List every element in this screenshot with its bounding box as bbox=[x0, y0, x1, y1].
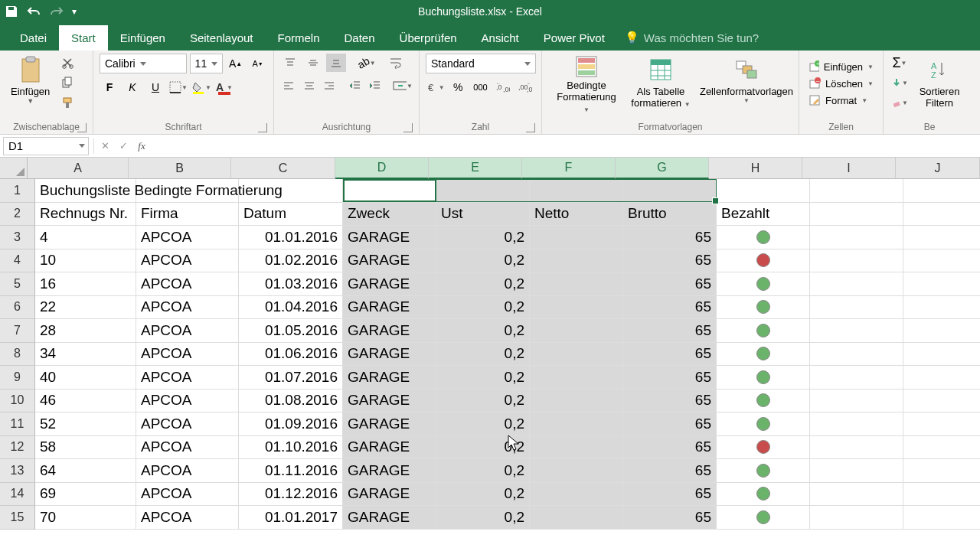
cell[interactable] bbox=[903, 249, 980, 273]
cell[interactable]: GARAGE bbox=[343, 319, 436, 343]
cell[interactable] bbox=[810, 506, 903, 530]
cell[interactable]: 28 bbox=[35, 319, 136, 343]
cell[interactable]: GARAGE bbox=[343, 226, 436, 249]
cell[interactable]: 65 bbox=[623, 343, 717, 367]
cell[interactable] bbox=[810, 366, 903, 390]
cell[interactable]: 0,2 bbox=[436, 319, 530, 343]
percent-format-button[interactable]: % bbox=[448, 78, 467, 96]
row-header-7[interactable]: 7 bbox=[0, 319, 35, 343]
number-launcher-icon[interactable] bbox=[526, 123, 535, 132]
align-left-button[interactable] bbox=[280, 77, 297, 95]
cell[interactable] bbox=[810, 203, 903, 227]
cell[interactable] bbox=[717, 343, 810, 367]
tab-powerpivot[interactable]: Power Pivot bbox=[531, 25, 617, 51]
cell[interactable]: Brutto bbox=[623, 203, 717, 227]
cell[interactable]: 58 bbox=[35, 436, 136, 460]
font-size-combo[interactable]: 11 bbox=[190, 54, 224, 73]
cell[interactable]: 0,2 bbox=[436, 483, 530, 507]
name-box[interactable]: D1 bbox=[3, 137, 89, 155]
cell[interactable] bbox=[903, 390, 980, 413]
cell[interactable] bbox=[717, 366, 810, 390]
cell[interactable]: Datum bbox=[239, 203, 343, 227]
cell[interactable] bbox=[810, 249, 903, 273]
cell[interactable]: 01.01.2017 bbox=[239, 506, 343, 530]
cell[interactable]: GARAGE bbox=[343, 296, 436, 320]
sort-filter-button[interactable]: AZ Sortieren Filtern bbox=[913, 54, 966, 113]
cell[interactable]: 64 bbox=[35, 459, 136, 483]
tab-start[interactable]: Start bbox=[59, 25, 108, 51]
cell[interactable] bbox=[903, 506, 980, 530]
cell[interactable] bbox=[717, 226, 810, 249]
cell[interactable] bbox=[530, 343, 623, 367]
cell[interactable] bbox=[903, 343, 980, 367]
cell[interactable]: APCOA bbox=[136, 436, 239, 460]
col-header-H[interactable]: H bbox=[709, 158, 802, 179]
row-header-14[interactable]: 14 bbox=[0, 483, 35, 507]
row-header-11[interactable]: 11 bbox=[0, 412, 35, 436]
formula-input[interactable] bbox=[151, 137, 980, 155]
col-header-J[interactable]: J bbox=[896, 158, 980, 179]
cell[interactable]: GARAGE bbox=[343, 390, 436, 413]
cell[interactable] bbox=[810, 319, 903, 343]
cell[interactable]: 65 bbox=[623, 436, 717, 460]
tab-ueberpruefen[interactable]: Überprüfen bbox=[387, 25, 469, 51]
col-header-E[interactable]: E bbox=[429, 158, 522, 179]
cell[interactable] bbox=[436, 179, 530, 203]
cell[interactable]: 01.04.2016 bbox=[239, 296, 343, 320]
format-cells-button[interactable]: Format ▼ bbox=[805, 93, 877, 108]
row-header-8[interactable]: 8 bbox=[0, 343, 35, 367]
cell[interactable]: APCOA bbox=[136, 343, 239, 367]
cell[interactable]: 65 bbox=[623, 412, 717, 436]
cell[interactable] bbox=[717, 179, 810, 203]
cell[interactable] bbox=[810, 459, 903, 483]
cell[interactable] bbox=[810, 179, 903, 203]
cell[interactable]: 01.07.2016 bbox=[239, 366, 343, 390]
row-header-1[interactable]: 1 bbox=[0, 179, 35, 203]
cell[interactable] bbox=[717, 390, 810, 413]
underline-button[interactable]: U bbox=[145, 78, 165, 96]
spreadsheet-grid[interactable]: ABCDEFGHIJ 123456789101112131415 Buchung… bbox=[0, 158, 980, 530]
save-icon[interactable] bbox=[5, 5, 18, 18]
cell[interactable]: APCOA bbox=[136, 319, 239, 343]
align-center-button[interactable] bbox=[300, 77, 317, 95]
col-header-D[interactable]: D bbox=[335, 158, 429, 179]
cell[interactable]: 65 bbox=[623, 459, 717, 483]
cell[interactable]: 65 bbox=[623, 390, 717, 413]
cell[interactable] bbox=[810, 390, 903, 413]
redo-icon[interactable] bbox=[49, 5, 64, 18]
cell[interactable] bbox=[903, 412, 980, 436]
cell[interactable]: 65 bbox=[623, 483, 717, 507]
select-all-corner[interactable] bbox=[0, 158, 28, 179]
cut-button[interactable] bbox=[57, 54, 77, 72]
cell[interactable]: 65 bbox=[623, 272, 717, 296]
align-bottom-button[interactable] bbox=[326, 54, 346, 72]
bold-button[interactable]: F bbox=[100, 78, 119, 96]
cell[interactable]: APCOA bbox=[136, 249, 239, 273]
cell[interactable]: APCOA bbox=[136, 412, 239, 436]
cell[interactable] bbox=[717, 483, 810, 507]
clipboard-launcher-icon[interactable] bbox=[77, 123, 87, 132]
col-header-B[interactable]: B bbox=[129, 158, 231, 179]
cell[interactable] bbox=[530, 272, 623, 296]
wrap-text-button[interactable] bbox=[386, 54, 406, 72]
cell[interactable]: APCOA bbox=[136, 459, 239, 483]
number-format-combo[interactable]: Standard bbox=[426, 54, 536, 73]
tab-daten[interactable]: Daten bbox=[332, 25, 387, 51]
format-as-table-button[interactable]: Als Tabelle formatieren ▼ bbox=[626, 54, 695, 113]
cell[interactable] bbox=[530, 226, 623, 249]
font-name-combo[interactable]: Calibri bbox=[100, 54, 187, 73]
cell[interactable]: APCOA bbox=[136, 483, 239, 507]
cell[interactable]: GARAGE bbox=[343, 412, 436, 436]
cell[interactable]: 0,2 bbox=[436, 390, 530, 413]
col-header-G[interactable]: G bbox=[616, 158, 709, 179]
row-header-4[interactable]: 4 bbox=[0, 249, 35, 273]
format-painter-button[interactable] bbox=[57, 93, 77, 112]
row-header-10[interactable]: 10 bbox=[0, 390, 35, 413]
merge-center-button[interactable]: ▼ bbox=[393, 77, 413, 95]
cell[interactable]: 40 bbox=[35, 366, 136, 390]
cell[interactable]: 01.10.2016 bbox=[239, 436, 343, 460]
cell[interactable]: APCOA bbox=[136, 226, 239, 249]
cell[interactable]: Buchungsliste Bedingte Formatierung bbox=[35, 179, 136, 203]
cell[interactable]: GARAGE bbox=[343, 459, 436, 483]
col-header-F[interactable]: F bbox=[522, 158, 616, 179]
